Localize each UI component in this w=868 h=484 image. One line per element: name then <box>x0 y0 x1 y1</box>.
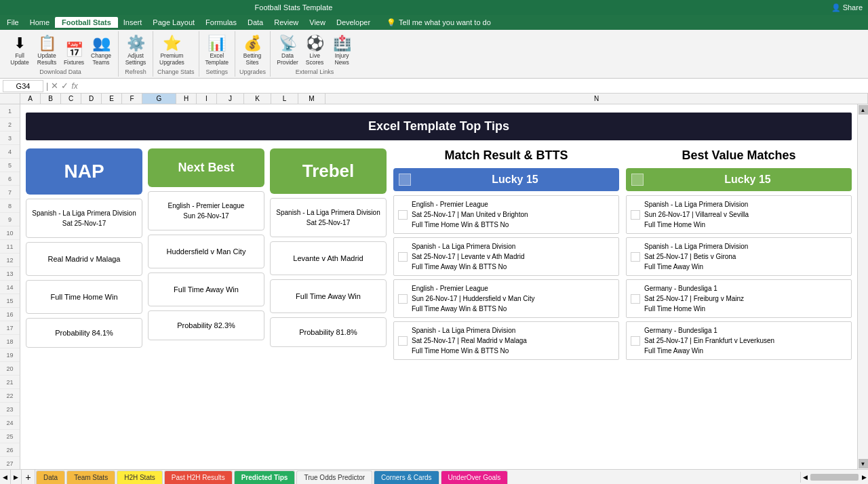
ribbon-group-upgrades: 💰 BettingSites Upgrades <box>235 31 271 77</box>
change-teams-button[interactable]: 👥 ChangeTeams <box>88 33 114 67</box>
trebel-result-box: Full Time Away Win <box>270 279 387 313</box>
best-value-section: Lucky 15 Spanish - La Liga Primera Divis… <box>626 168 852 363</box>
confirm-formula-button[interactable]: ✓ <box>61 81 68 91</box>
ribbon-group-external-links: 📡 DataProvider ⚽ LiveScores 🏥 InjuryNews… <box>271 31 359 77</box>
menu-file[interactable]: File <box>1 17 24 28</box>
match-result-section: Lucky 15 English - Premier League Sat 25… <box>393 168 619 363</box>
premium-upgrades-button[interactable]: ⭐ PremiumUpgrades <box>157 33 186 67</box>
trebel-prob-box: Probability 81.8% <box>270 317 387 347</box>
col-header-d[interactable]: D <box>81 94 102 104</box>
trebel-league-box: Spanish - La Liga Primera Division Sat 2… <box>270 198 387 237</box>
fixtures-button[interactable]: 📅 Fixtures <box>61 40 87 67</box>
cancel-formula-button[interactable]: ✕ <box>51 81 58 91</box>
tab-true-odds[interactable]: True Odds Predictor <box>296 470 372 484</box>
col-header-e[interactable]: E <box>102 94 122 104</box>
trebel-column: Trebel Spanish - La Liga Primera Divisio… <box>270 148 387 363</box>
premium-upgrades-icon: ⭐ <box>163 35 181 52</box>
col-header-f[interactable]: F <box>122 94 142 104</box>
update-results-button[interactable]: 📋 UpdateResults <box>34 33 60 67</box>
best-value-checkbox-3[interactable] <box>631 294 640 304</box>
nap-column: NAP Spanish - La Liga Primera Division S… <box>26 148 142 363</box>
col-header-l[interactable]: L <box>271 94 298 104</box>
menu-view[interactable]: View <box>304 17 331 28</box>
tab-corners-cards[interactable]: Corners & Cards <box>374 470 439 484</box>
adjust-settings-button[interactable]: ⚙️ AdjustSettings <box>123 33 149 67</box>
tab-data[interactable]: Data <box>36 470 65 484</box>
formula-bar-separator: | <box>46 81 48 91</box>
nap-league-box: Spanish - La Liga Primera Division Sat 2… <box>26 199 142 238</box>
menu-insert[interactable]: Insert <box>118 17 148 28</box>
excel-template-button[interactable]: 📊 ExcelTemplate <box>203 33 231 67</box>
col-header-i[interactable]: I <box>197 94 217 104</box>
ribbon-group-change-stats-label: Change Stats <box>157 68 195 75</box>
col-header-m[interactable]: M <box>298 94 326 104</box>
tab-team-stats[interactable]: Team Stats <box>66 470 115 484</box>
match-result-title: Match Result & BTTS <box>393 148 619 163</box>
menu-formulas[interactable]: Formulas <box>200 17 242 28</box>
next-best-league-box: English - Premier League Sun 26-Nov-17 <box>148 191 264 230</box>
row-numbers-panel: 1 2 3 4 5 6 7 8 9 10 11 12 13 14 15 16 1… <box>0 104 20 469</box>
col-header-a[interactable]: A <box>20 94 41 104</box>
betting-sites-button[interactable]: 💰 BettingSites <box>239 33 265 67</box>
match-result-checkbox-1[interactable] <box>398 210 408 220</box>
match-result-checkbox-2[interactable] <box>398 252 408 262</box>
live-scores-button[interactable]: ⚽ LiveScores <box>302 33 328 67</box>
insert-function-button[interactable]: fx <box>71 81 77 91</box>
lucky15-green-header: Lucky 15 <box>626 168 852 191</box>
share-icon: 👤 <box>831 3 841 12</box>
ribbon-group-settings-label: Settings <box>203 68 231 75</box>
lucky15-green-checkbox[interactable] <box>631 174 644 186</box>
col-header-c[interactable]: C <box>61 94 81 104</box>
full-update-button[interactable]: ⬇ FullUpdate <box>7 33 33 67</box>
tab-predicted-tips[interactable]: Predicted Tips <box>234 470 296 484</box>
best-value-item-1: Spanish - La Liga Primera Division Sun 2… <box>626 195 852 234</box>
live-scores-icon: ⚽ <box>306 35 324 52</box>
match-result-item-2: Spanish - La Liga Primera Division Sat 2… <box>393 237 619 276</box>
add-sheet-button[interactable]: + <box>22 470 35 485</box>
next-best-prob-box: Probability 82.3% <box>148 310 264 340</box>
match-result-item-3: English - Premier League Sun 26-Nov-17 |… <box>393 279 619 318</box>
cell-reference-input[interactable]: G34 <box>3 80 43 92</box>
lucky15-blue-header: Lucky 15 <box>393 168 619 191</box>
formula-input[interactable] <box>81 80 865 92</box>
adjust-settings-icon: ⚙️ <box>127 35 145 52</box>
col-header-k[interactable]: K <box>244 94 271 104</box>
tab-scroll-right[interactable]: ▶ <box>11 470 22 485</box>
trebel-match-box: Levante v Ath Madrid <box>270 241 387 275</box>
col-header-n[interactable]: N <box>326 94 868 104</box>
match-result-checkbox-3[interactable] <box>398 294 408 304</box>
share-button[interactable]: 👤 Share <box>831 3 863 12</box>
injury-news-button[interactable]: 🏥 InjuryNews <box>329 33 355 67</box>
best-value-checkbox-2[interactable] <box>631 252 640 262</box>
menu-home[interactable]: Home <box>24 17 55 28</box>
tell-me-bar[interactable]: 💡 Tell me what you want to do <box>387 18 491 27</box>
sheet-content: Excel Template Top Tips NAP Spanish - La… <box>20 104 857 469</box>
ribbon-group-settings: 📊 ExcelTemplate Settings <box>199 31 236 77</box>
best-value-checkbox-1[interactable] <box>631 210 640 220</box>
menu-football-stats[interactable]: Football Stats <box>55 17 118 28</box>
tab-past-h2h[interactable]: Past H2H Results <box>164 470 233 484</box>
match-result-checkbox-4[interactable] <box>398 336 408 346</box>
col-header-j[interactable]: J <box>217 94 244 104</box>
col-header-h[interactable]: H <box>176 94 197 104</box>
data-provider-button[interactable]: 📡 DataProvider <box>275 33 300 67</box>
lucky15-blue-checkbox[interactable] <box>399 174 411 186</box>
tab-underover-goals[interactable]: UnderOver Goals <box>441 470 509 484</box>
menu-developer[interactable]: Developer <box>331 17 376 28</box>
menu-page-layout[interactable]: Page Layout <box>147 17 200 28</box>
vertical-scrollbar[interactable]: ▲ ▼ <box>857 104 868 469</box>
menu-review[interactable]: Review <box>269 17 304 28</box>
col-header-b[interactable]: B <box>41 94 61 104</box>
menu-data[interactable]: Data <box>242 17 269 28</box>
row-num-corner <box>0 94 20 104</box>
ribbon-group-change-stats: ⭐ PremiumUpgrades Change Stats <box>153 31 199 77</box>
next-best-column: Next Best English - Premier League Sun 2… <box>148 148 264 363</box>
col-header-g[interactable]: G <box>142 94 176 104</box>
next-best-card: Next Best <box>148 148 264 187</box>
tab-h2h-stats[interactable]: H2H Stats <box>117 470 163 484</box>
excel-template-icon: 📊 <box>208 35 226 52</box>
tab-scroll-left[interactable]: ◀ <box>0 470 11 485</box>
full-update-icon: ⬇ <box>14 35 26 52</box>
horizontal-scrollbar[interactable]: ◀ ▶ <box>800 472 868 483</box>
best-value-checkbox-4[interactable] <box>631 336 640 346</box>
